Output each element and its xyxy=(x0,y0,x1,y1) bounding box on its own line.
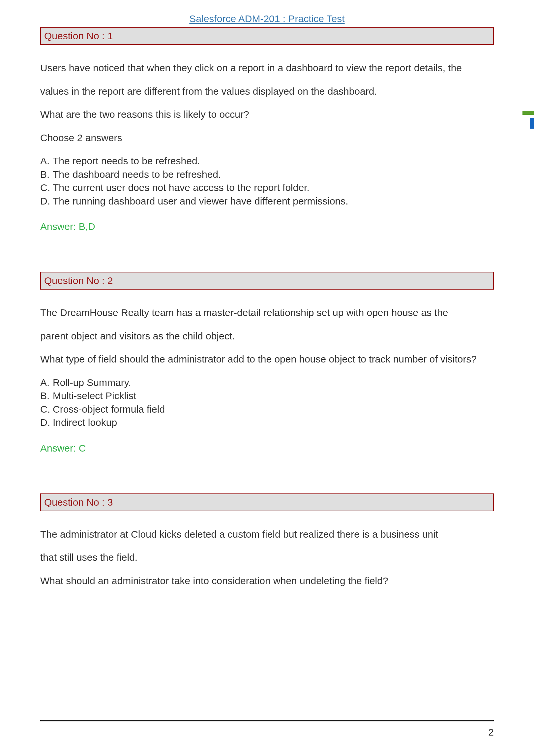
q1-option-b-text: The dashboard needs to be refreshed. xyxy=(53,169,221,180)
q2-options: A.Roll-up Summary. B.Multi-select Pickli… xyxy=(40,376,494,429)
document-title: Salesforce ADM-201 : Practice Test xyxy=(40,13,494,24)
page-container: Salesforce ADM-201 : Practice Test Quest… xyxy=(0,0,534,611)
q2-paragraph-1: The DreamHouse Realty team has a master-… xyxy=(40,306,494,320)
q1-answer: Answer: B,D xyxy=(40,221,494,232)
q1-paragraph-1: Users have noticed that when they click … xyxy=(40,61,494,75)
blue-bar-icon xyxy=(530,118,534,129)
q2-paragraph-3: What type of field should the administra… xyxy=(40,353,494,366)
q2-option-a-text: Roll-up Summary. xyxy=(53,377,131,388)
footer-divider xyxy=(40,720,494,721)
page-number: 2 xyxy=(488,727,494,738)
q2-option-d-text: Indirect lookup xyxy=(53,417,117,428)
q3-paragraph-1: The administrator at Cloud kicks deleted… xyxy=(40,528,494,541)
q2-option-c-text: Cross-object formula field xyxy=(53,404,165,415)
q2-option-c: C.Cross-object formula field xyxy=(40,403,494,416)
q3-paragraph-2: that still uses the field. xyxy=(40,551,494,564)
green-bar-icon xyxy=(522,111,534,115)
q2-option-b: B.Multi-select Picklist xyxy=(40,389,494,403)
q1-option-d: D.The running dashboard user and viewer … xyxy=(40,195,494,208)
question-header-2: Question No : 2 xyxy=(40,272,494,290)
q2-option-b-text: Multi-select Picklist xyxy=(53,390,136,401)
q2-option-a: A.Roll-up Summary. xyxy=(40,376,494,390)
q1-option-a: A.The report needs to be refreshed. xyxy=(40,154,494,168)
question-header-text-2: Question No : 2 xyxy=(44,275,113,286)
question-header-3: Question No : 3 xyxy=(40,493,494,511)
q1-option-c: C.The current user does not have access … xyxy=(40,181,494,195)
q2-paragraph-2: parent object and visitors as the child … xyxy=(40,330,494,343)
question-header-text-3: Question No : 3 xyxy=(44,497,113,508)
q1-paragraph-4: Choose 2 answers xyxy=(40,131,494,145)
q1-option-b: B.The dashboard needs to be refreshed. xyxy=(40,168,494,181)
question-header-1: Question No : 1 xyxy=(40,27,494,45)
q2-option-d: D.Indirect lookup xyxy=(40,416,494,429)
q1-paragraph-3: What are the two reasons this is likely … xyxy=(40,108,494,121)
q1-option-a-text: The report needs to be refreshed. xyxy=(53,155,200,166)
q3-paragraph-3: What should an administrator take into c… xyxy=(40,574,494,588)
side-accent-icon xyxy=(527,111,534,124)
q1-options: A.The report needs to be refreshed. B.Th… xyxy=(40,154,494,208)
q1-paragraph-2: values in the report are different from … xyxy=(40,85,494,98)
q2-answer: Answer: C xyxy=(40,443,494,454)
question-header-text-1: Question No : 1 xyxy=(44,30,113,41)
q1-option-c-text: The current user does not have access to… xyxy=(53,182,310,193)
q1-option-d-text: The running dashboard user and viewer ha… xyxy=(53,196,348,206)
